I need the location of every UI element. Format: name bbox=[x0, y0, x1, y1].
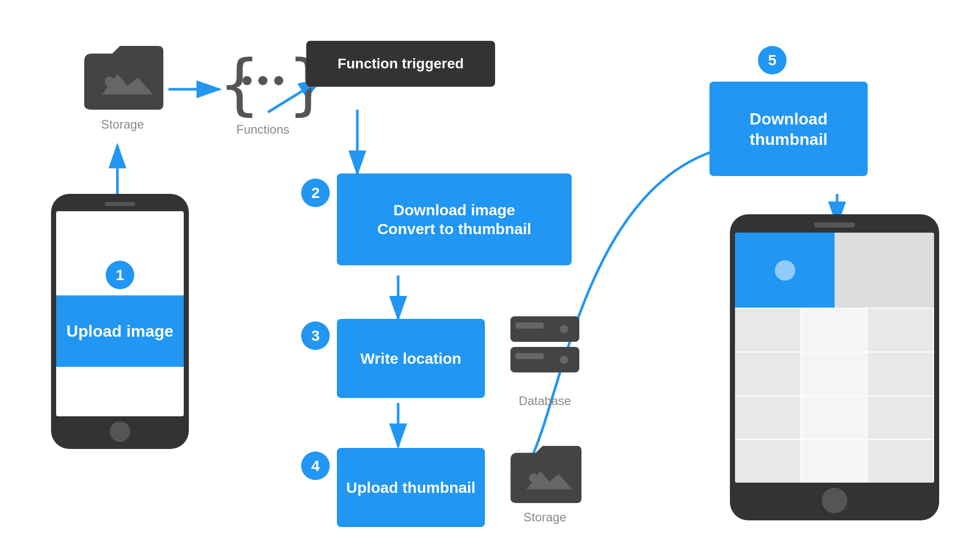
right-phone-top-row bbox=[735, 233, 934, 308]
write-location-label: Write location bbox=[360, 349, 461, 368]
step4-badge: 4 bbox=[301, 452, 330, 480]
svg-rect-19 bbox=[516, 353, 544, 359]
phone-row-2 bbox=[735, 352, 934, 395]
svg-rect-16 bbox=[516, 322, 544, 329]
left-phone-home bbox=[110, 421, 130, 442]
functions-icon: { } bbox=[214, 41, 311, 122]
cell-4-3 bbox=[868, 440, 934, 483]
step3-badge: 3 bbox=[301, 321, 330, 350]
upload-thumbnail-label: Upload thumbnail bbox=[346, 478, 475, 497]
svg-point-13 bbox=[258, 76, 267, 85]
svg-point-12 bbox=[242, 76, 252, 85]
cell-2-1 bbox=[735, 353, 801, 395]
cell-1-3 bbox=[868, 309, 934, 352]
write-location-box: Write location bbox=[337, 319, 485, 398]
right-phone-screen-content bbox=[735, 233, 934, 483]
phone-row-3 bbox=[735, 395, 934, 439]
cell-1-2 bbox=[801, 309, 868, 352]
cell-3-1 bbox=[735, 396, 801, 439]
storage-label-left: Storage bbox=[79, 117, 166, 132]
upload-image-box: Upload image bbox=[56, 295, 184, 367]
right-phone-grid bbox=[735, 308, 934, 483]
right-phone-speaker bbox=[814, 222, 855, 228]
right-phone-circle bbox=[775, 260, 795, 281]
cell-1-1 bbox=[735, 309, 801, 352]
cell-2-3 bbox=[868, 353, 934, 395]
right-phone-screen bbox=[735, 233, 934, 483]
functions-label: Functions bbox=[214, 122, 311, 137]
function-triggered-box: Function triggered bbox=[306, 41, 495, 87]
cell-2-2 bbox=[801, 353, 868, 395]
storage-icon-right bbox=[505, 441, 584, 510]
left-phone: 1 Upload image bbox=[51, 194, 189, 449]
step5-badge: 5 bbox=[758, 46, 787, 74]
cell-4-1 bbox=[735, 440, 801, 483]
left-phone-speaker bbox=[105, 202, 135, 206]
download-convert-box: Download image Convert to thumbnail bbox=[337, 173, 572, 265]
cell-4-2 bbox=[801, 440, 868, 483]
svg-point-20 bbox=[560, 356, 568, 364]
svg-rect-18 bbox=[510, 347, 579, 372]
svg-point-9 bbox=[105, 77, 115, 87]
download-thumbnail-label: Download thumbnail bbox=[718, 109, 860, 149]
step2-badge: 2 bbox=[301, 179, 330, 207]
database-icon bbox=[505, 311, 584, 392]
phone-row-4 bbox=[735, 439, 934, 483]
storage-label-right: Storage bbox=[505, 510, 584, 524]
svg-point-17 bbox=[560, 325, 568, 333]
right-phone bbox=[730, 214, 939, 520]
download-thumbnail-box: Download thumbnail bbox=[709, 82, 868, 176]
right-phone-blue-cell bbox=[735, 233, 835, 308]
download-convert-label: Download image Convert to thumbnail bbox=[377, 201, 531, 239]
svg-point-14 bbox=[274, 76, 283, 85]
function-triggered-label: Function triggered bbox=[337, 56, 463, 72]
svg-rect-15 bbox=[510, 316, 579, 342]
phone-row-1 bbox=[735, 308, 934, 352]
step1-badge: 1 bbox=[106, 261, 134, 289]
storage-icon-left bbox=[79, 41, 166, 117]
database-label: Database bbox=[505, 394, 584, 408]
upload-thumbnail-box: Upload thumbnail bbox=[337, 448, 485, 527]
right-phone-home bbox=[822, 488, 847, 513]
svg-text:{: { bbox=[219, 45, 259, 120]
svg-point-22 bbox=[529, 473, 538, 483]
cell-3-3 bbox=[868, 396, 934, 439]
diagram-container: 1 Upload image Storage { } Functions Fun… bbox=[0, 0, 980, 551]
cell-3-2 bbox=[801, 396, 868, 439]
left-phone-screen: 1 Upload image bbox=[56, 211, 184, 416]
right-phone-grey-cell bbox=[835, 233, 934, 308]
